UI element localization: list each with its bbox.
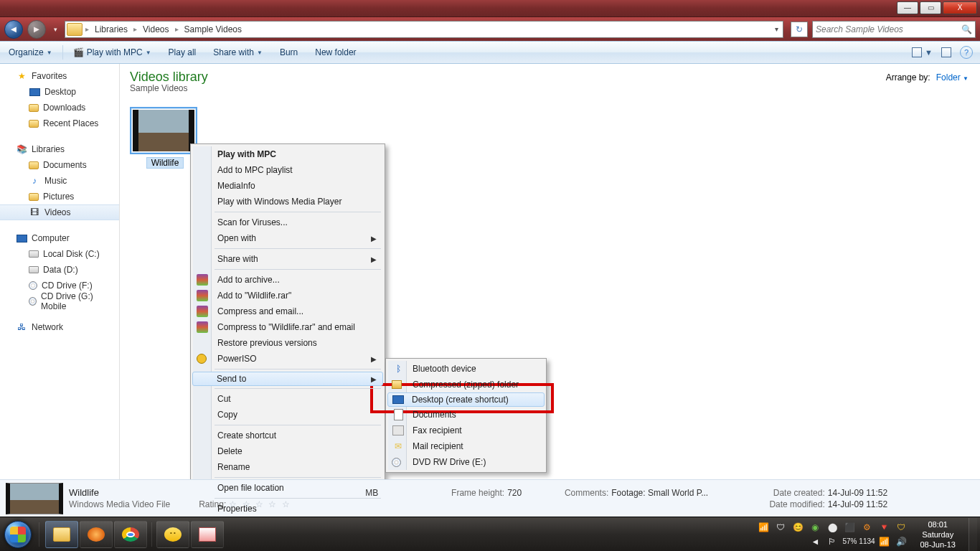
menu-item[interactable]: Compress and email...: [193, 303, 382, 319]
menu-item[interactable]: PowerISO▶: [193, 351, 382, 367]
taskbar-app2[interactable]: [191, 521, 224, 548]
menu-item[interactable]: MediaInfo: [193, 178, 382, 194]
chrome-icon: [122, 527, 139, 542]
help-button[interactable]: ?: [960, 46, 973, 59]
sendto-item[interactable]: Fax recipient: [388, 423, 544, 438]
libraries-group[interactable]: 📚Libraries: [0, 141, 119, 157]
forward-button[interactable]: ►: [27, 20, 46, 39]
taskbar-explorer[interactable]: [45, 521, 78, 548]
tray-icon[interactable]: 📶: [758, 522, 769, 533]
menu-item[interactable]: Rename: [193, 459, 382, 475]
sendto-item[interactable]: Desktop (create shortcut): [387, 392, 545, 407]
history-dropdown[interactable]: ▾: [50, 20, 60, 39]
tray-expand[interactable]: ◄: [809, 536, 821, 547]
sidebar-item-recent-places[interactable]: Recent Places: [0, 116, 119, 131]
chevron-right-icon[interactable]: ▸: [174, 25, 180, 33]
address-dropdown[interactable]: ▾: [770, 25, 783, 33]
menu-item[interactable]: Add to archive...: [193, 272, 382, 288]
tray-volume-icon[interactable]: 🔊: [895, 536, 907, 547]
tray-mem[interactable]: 1134: [861, 536, 872, 547]
menu-item[interactable]: Create shortcut: [193, 428, 382, 443]
preview-pane-button[interactable]: [941, 47, 951, 57]
sidebar-item-local-disk-c[interactable]: Local Disk (C:): [0, 246, 119, 262]
sidebar-item-downloads[interactable]: Downloads: [0, 100, 119, 116]
sendto-item[interactable]: Documents: [388, 407, 544, 423]
menu-item[interactable]: Open file location: [193, 480, 382, 496]
search-box[interactable]: 🔍: [812, 21, 976, 38]
close-button[interactable]: X: [943, 1, 977, 14]
menu-item[interactable]: Copy: [193, 407, 382, 423]
chevron-right-icon[interactable]: ▸: [84, 25, 90, 33]
tray-icon[interactable]: 😊: [792, 522, 804, 533]
sidebar-item-cd-drive-g[interactable]: CD Drive (G:) Mobile: [0, 293, 119, 309]
menu-item[interactable]: Delete: [193, 443, 382, 459]
sendto-item[interactable]: DVD RW Drive (E:): [388, 454, 544, 470]
computer-group[interactable]: Computer: [0, 230, 119, 246]
breadcrumb-bar[interactable]: ▸ Libraries ▸ Videos ▸ Sample Videos ▾: [65, 21, 783, 38]
menu-item[interactable]: Share with▶: [193, 251, 382, 267]
menu-item-label: Cut: [217, 394, 231, 404]
chevron-right-icon[interactable]: ▸: [132, 25, 138, 33]
tray-icon[interactable]: 🛡: [895, 522, 907, 533]
sendto-item[interactable]: ᛒBluetooth device: [388, 361, 544, 377]
crumb-videos[interactable]: Videos: [138, 22, 173, 37]
back-button[interactable]: ◄: [4, 20, 23, 39]
play-with-mpc-button[interactable]: 🎬Play with MPC▼: [65, 41, 160, 64]
network-group[interactable]: 🖧Network: [0, 319, 119, 335]
crumb-libraries[interactable]: Libraries: [90, 22, 132, 37]
tray-icon[interactable]: ⚙: [861, 522, 872, 533]
sidebar-item-data-d[interactable]: Data (D:): [0, 262, 119, 278]
view-options-button[interactable]: ▼: [912, 47, 933, 57]
sendto-item[interactable]: Compressed (zipped) folder: [388, 377, 544, 392]
menu-item[interactable]: Cut: [193, 391, 382, 407]
show-desktop-button[interactable]: [969, 518, 977, 551]
sidebar-item-documents[interactable]: Documents: [0, 157, 119, 173]
organize-button[interactable]: Organize▼: [0, 41, 61, 64]
menu-item[interactable]: Play with Windows Media Player: [193, 194, 382, 209]
menu-item[interactable]: Properties: [193, 501, 382, 517]
menu-item[interactable]: Compress to "Wildlife.rar" and email: [193, 319, 382, 335]
favorites-group[interactable]: ★Favorites: [0, 68, 119, 84]
tray-flag-icon[interactable]: 🏳: [826, 536, 838, 547]
burn-button[interactable]: Burn: [271, 41, 306, 64]
sidebar-item-music[interactable]: ♪Music: [0, 173, 119, 189]
taskbar-chrome[interactable]: [114, 521, 147, 548]
search-input[interactable]: [816, 24, 961, 34]
sidebar-item-videos[interactable]: 🎞Videos: [0, 204, 119, 220]
sidebar-item-label: CD Drive (G:) Mobile: [41, 291, 113, 311]
menu-item[interactable]: Scan for Viruses...: [193, 215, 382, 230]
tray-icon[interactable]: ◉: [809, 522, 821, 533]
tray-icon[interactable]: ⬤: [826, 522, 838, 533]
navigation-pane[interactable]: ★Favorites Desktop Downloads Recent Plac…: [0, 64, 120, 479]
minimize-button[interactable]: —: [897, 1, 918, 14]
sendto-item[interactable]: ✉Mail recipient: [388, 438, 544, 454]
arrange-value[interactable]: Folder ▼: [936, 72, 969, 83]
menu-item[interactable]: Add to MPC playlist: [193, 162, 382, 178]
share-with-button[interactable]: Share with▼: [204, 41, 271, 64]
menu-item[interactable]: Play with MPC: [193, 146, 382, 162]
context-menu[interactable]: Play with MPCAdd to MPC playlistMediaInf…: [190, 143, 385, 519]
start-button[interactable]: [0, 517, 36, 552]
sidebar-item-desktop[interactable]: Desktop: [0, 84, 119, 100]
tray-battery[interactable]: 57%: [844, 536, 855, 547]
tray-network-icon[interactable]: 📶: [878, 536, 890, 547]
taskbar[interactable]: 📶 🛡 😊 ◉ ⬤ ⬛ ⚙ 🔻 🛡 ◄ 🏳 57% 1134 📶 🔊 08:01: [0, 517, 980, 551]
tray-icon[interactable]: 🔻: [878, 522, 890, 533]
play-all-button[interactable]: Play all: [160, 41, 205, 64]
menu-item[interactable]: Add to "Wildlife.rar": [193, 288, 382, 303]
maximize-button[interactable]: ▭: [920, 1, 941, 14]
menu-item[interactable]: Restore previous versions: [193, 335, 382, 351]
folder-icon: [29, 104, 39, 112]
taskbar-app1[interactable]: [156, 521, 189, 548]
taskbar-firefox[interactable]: [80, 521, 113, 548]
tray-icon[interactable]: ⬛: [844, 522, 855, 533]
sendto-submenu[interactable]: ᛒBluetooth deviceCompressed (zipped) fol…: [385, 358, 547, 473]
sidebar-item-pictures[interactable]: Pictures: [0, 189, 119, 204]
new-folder-button[interactable]: New folder: [306, 41, 364, 64]
taskbar-clock[interactable]: 08:01 Saturday 08-Jun-13: [913, 519, 963, 550]
menu-item[interactable]: Send to▶: [192, 372, 383, 386]
refresh-button[interactable]: ↻: [791, 22, 808, 37]
menu-item[interactable]: Open with▶: [193, 230, 382, 246]
crumb-sample-videos[interactable]: Sample Videos: [180, 22, 247, 37]
tray-icon[interactable]: 🛡: [775, 522, 786, 533]
